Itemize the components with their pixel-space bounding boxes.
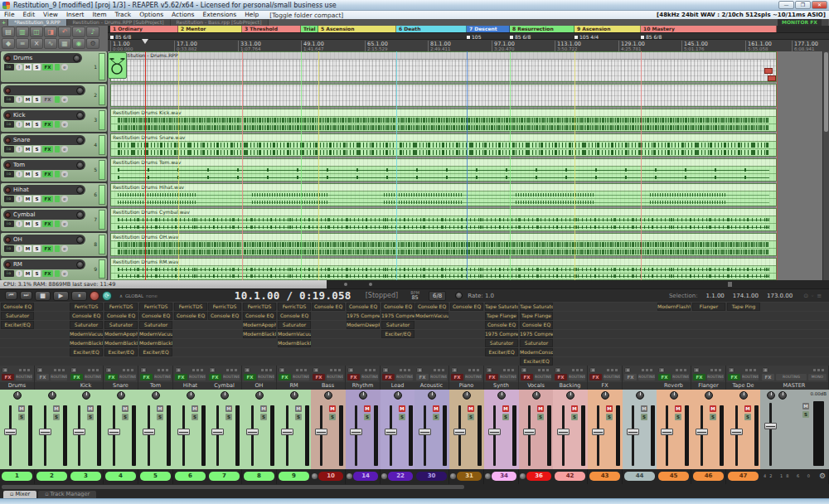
- record-arm-button[interactable]: [209, 367, 216, 373]
- fx-button[interactable]: FX: [209, 374, 221, 380]
- fader-handle[interactable]: [143, 429, 155, 435]
- fx-enable-icon[interactable]: [55, 96, 60, 103]
- pan-knob[interactable]: [705, 391, 713, 400]
- pan-knob[interactable]: [255, 391, 264, 400]
- project-tab[interactable]: Restitution - Bass.rpp [SubProject]: [171, 19, 269, 26]
- envelope-button[interactable]: e: [61, 146, 68, 153]
- region-marker[interactable]: 7 Descent: [467, 26, 510, 32]
- track-panel[interactable]: RMio!MSFXe9: [1, 258, 107, 280]
- fader-handle[interactable]: [281, 429, 293, 435]
- phase-button[interactable]: !: [16, 220, 22, 227]
- fx-insert[interactable]: Tape Saturator: [485, 303, 518, 311]
- fx-button[interactable]: FX: [70, 374, 83, 380]
- record-arm-button[interactable]: [175, 367, 182, 373]
- fx-insert[interactable]: ModernDeepPurpl: [347, 321, 380, 329]
- mute-button[interactable]: M: [24, 270, 32, 277]
- fx-button[interactable]: FX: [624, 374, 637, 380]
- fx-button[interactable]: FX: [382, 374, 395, 380]
- mute-button[interactable]: M: [571, 405, 578, 412]
- master-width-knob[interactable]: [778, 391, 787, 400]
- fx-insert[interactable]: Console EQ: [70, 312, 103, 320]
- menu-help[interactable]: Help: [240, 11, 263, 18]
- mono-button[interactable]: MONO: [808, 374, 827, 380]
- master-pan-knob[interactable]: [767, 391, 775, 400]
- pan-knob[interactable]: [117, 391, 125, 400]
- edit-cursor-marker[interactable]: [142, 39, 148, 47]
- routing-button[interactable]: ROUTING: [776, 374, 807, 380]
- pan-knob[interactable]: [359, 391, 367, 400]
- fader-handle[interactable]: [246, 429, 259, 435]
- track-panel[interactable]: Hihatio!MSFXe6: [1, 183, 107, 206]
- mute-button[interactable]: M: [24, 196, 32, 202]
- fx-insert[interactable]: 1975 Compressor: [381, 312, 414, 320]
- fx-insert[interactable]: Tape Saturator: [520, 303, 553, 311]
- track-volume-knob[interactable]: [76, 112, 84, 119]
- region-marker[interactable]: Trial: [301, 26, 318, 32]
- routing-button[interactable]: ROUTING: [742, 374, 759, 380]
- envelope-button[interactable]: e: [61, 196, 68, 202]
- fx-button[interactable]: FX: [486, 374, 498, 380]
- fx-insert[interactable]: Exciter/EQ: [139, 348, 172, 356]
- region-marker[interactable]: 5 Ascension: [318, 26, 396, 32]
- fx-button[interactable]: FX: [555, 374, 567, 380]
- record-arm-button[interactable]: [624, 367, 631, 373]
- fx-insert[interactable]: Exciter/EQ: [381, 330, 414, 338]
- fx-insert[interactable]: Saturator: [1, 312, 34, 320]
- fader-handle[interactable]: [557, 429, 570, 435]
- project-tab[interactable]: Restitution - Drums.RPP [SubProject]: [67, 19, 171, 26]
- routing-button[interactable]: ROUTING: [16, 374, 32, 380]
- solo-button[interactable]: S: [537, 414, 544, 420]
- fx-insert[interactable]: Exciter/EQ: [485, 348, 518, 356]
- audio-item[interactable]: Restitution - Drums.RPP: [110, 51, 777, 82]
- pan-knob[interactable]: [636, 391, 644, 400]
- track-name[interactable]: Snare: [11, 137, 76, 143]
- mute-button[interactable]: M: [537, 405, 544, 412]
- routing-button[interactable]: ROUTING: [154, 374, 171, 380]
- scroll-zoom-dot[interactable]: [344, 283, 347, 286]
- routing-matrix-icon[interactable]: ≡: [16, 38, 29, 49]
- undo-icon[interactable]: ↶: [58, 27, 71, 37]
- fx-button[interactable]: FX: [693, 374, 705, 380]
- mute-button[interactable]: M: [191, 405, 198, 412]
- fader-handle[interactable]: [177, 429, 190, 435]
- render-icon[interactable]: ◨: [44, 27, 57, 37]
- fader-handle[interactable]: [523, 429, 536, 435]
- routing-button[interactable]: ROUTING: [189, 374, 206, 380]
- audio-item[interactable]: Restitution Drums Hihat.wav: [110, 183, 777, 206]
- envelope-button[interactable]: e: [61, 121, 68, 128]
- fx-insert[interactable]: ModernBlackDrag: [70, 339, 103, 347]
- fx-insert[interactable]: Saturator: [278, 321, 311, 329]
- fx-insert[interactable]: Saturator: [139, 321, 172, 329]
- fx-insert[interactable]: Saturator: [381, 321, 414, 329]
- solo-button[interactable]: S: [157, 414, 163, 420]
- record-arm-button[interactable]: [521, 367, 527, 373]
- fx-button[interactable]: FX: [728, 374, 740, 380]
- fx-enable-icon[interactable]: [55, 121, 60, 128]
- stop-button[interactable]: ■: [35, 291, 51, 301]
- playrate-display[interactable]: Rate: 1.0: [468, 293, 494, 299]
- fx-insert[interactable]: Saturator: [520, 339, 553, 347]
- pause-button[interactable]: ⏸: [71, 291, 87, 301]
- fader-handle[interactable]: [350, 429, 362, 435]
- fader-handle[interactable]: [419, 429, 431, 435]
- routing-button[interactable]: ROUTING: [465, 374, 482, 380]
- record-arm-button[interactable]: [416, 367, 423, 373]
- pan-knob[interactable]: [221, 391, 229, 400]
- fx-insert[interactable]: ModernBlackDrag: [139, 339, 172, 347]
- routing-button[interactable]: ROUTING: [569, 374, 585, 380]
- fx-enable-icon[interactable]: [55, 245, 60, 252]
- menu-options[interactable]: Options: [135, 11, 167, 18]
- fx-insert[interactable]: FerricTDS: [70, 303, 103, 311]
- record-arm-button[interactable]: [279, 367, 285, 373]
- fx-insert[interactable]: Tape Flange: [485, 312, 518, 320]
- pan-knob[interactable]: [82, 391, 90, 400]
- fx-insert[interactable]: Console EQ: [139, 312, 172, 320]
- region-marker[interactable]: 2 Mentor: [178, 26, 242, 32]
- record-arm-button[interactable]: [5, 138, 11, 143]
- envelope-button[interactable]: e: [61, 270, 68, 277]
- close-button[interactable]: ✕: [812, 1, 827, 9]
- menu-view[interactable]: View: [39, 11, 62, 18]
- solo-button[interactable]: S: [33, 220, 41, 227]
- fx-button[interactable]: FX: [451, 374, 463, 380]
- track-name[interactable]: RM: [11, 261, 76, 268]
